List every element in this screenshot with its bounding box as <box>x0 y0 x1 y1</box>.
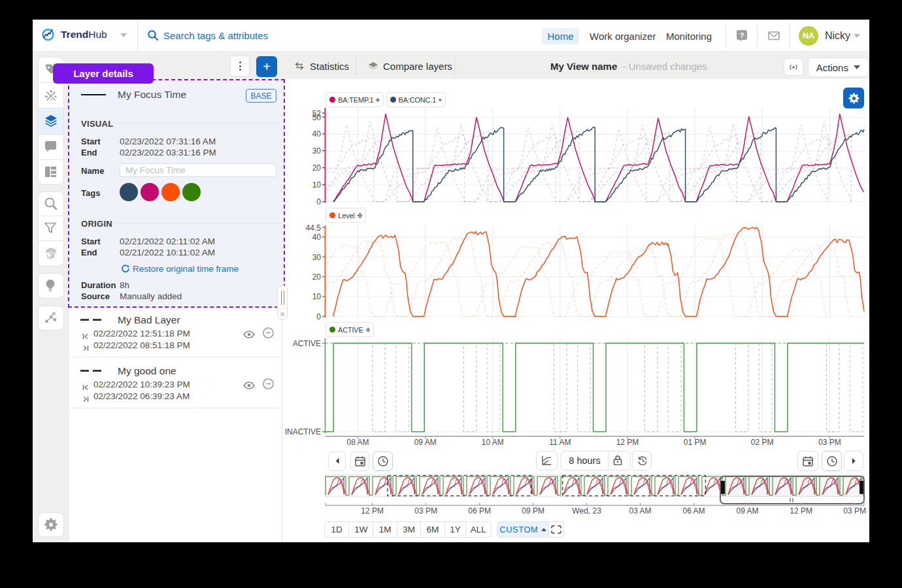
svg-text:?: ? <box>740 31 744 39</box>
